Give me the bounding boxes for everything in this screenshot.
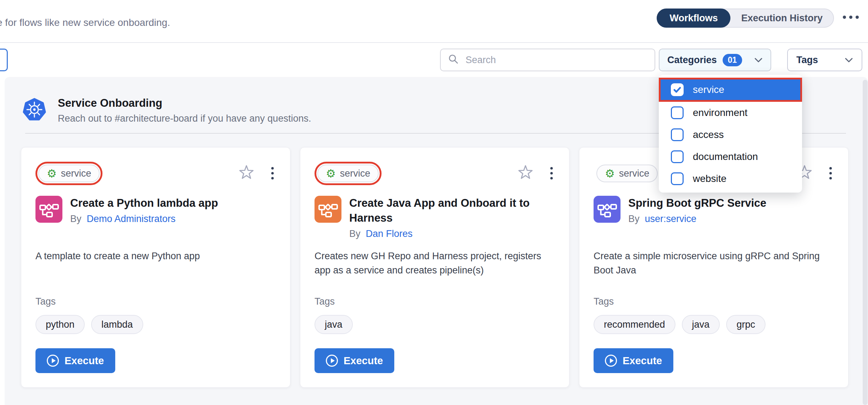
annotation-highlight: ⚙ service — [35, 162, 102, 185]
card-menu-icon[interactable] — [548, 166, 555, 180]
category-chip-label: service — [619, 168, 650, 179]
workflow-template-icon — [594, 196, 621, 223]
tag-pill: python — [35, 315, 85, 334]
execute-button[interactable]: Execute — [594, 348, 673, 373]
tag-pill: grpc — [726, 315, 766, 334]
tab-workflows[interactable]: Workflows — [657, 9, 730, 28]
tags-label: Tags — [35, 296, 276, 307]
checkbox-unchecked[interactable] — [671, 150, 684, 163]
workflow-description: Creates new GH Repo and Harness project,… — [315, 249, 541, 277]
page-header: e for flows like new service onboarding.… — [0, 0, 868, 43]
view-toggle: Workflows Execution History — [657, 9, 834, 28]
chevron-down-icon — [845, 57, 853, 63]
dropdown-item-documentation[interactable]: documentation — [659, 146, 802, 168]
section-title: Service Onboarding — [58, 97, 162, 110]
dropdown-item-label: access — [693, 129, 724, 140]
card-menu-icon[interactable] — [827, 166, 834, 180]
checkbox-unchecked[interactable] — [671, 106, 684, 119]
category-chip-label: service — [61, 168, 91, 179]
dropdown-item-label: documentation — [693, 151, 758, 162]
chevron-down-icon — [754, 57, 763, 63]
annotation-highlight: ⚙ service — [315, 162, 382, 185]
tag-pill: recommended — [594, 315, 675, 334]
category-chip-label: service — [340, 168, 371, 179]
search-icon — [448, 54, 459, 66]
card-menu-icon[interactable] — [269, 166, 276, 180]
dropdown-item-access[interactable]: access — [659, 124, 802, 146]
dropdown-item-label: website — [693, 173, 727, 184]
tag-pill: java — [315, 315, 353, 334]
workflows-page: e for flows like new service onboarding.… — [0, 0, 868, 405]
execute-button[interactable]: Execute — [315, 348, 394, 373]
workflow-title: Create a Python lambda app — [70, 196, 218, 211]
workflow-description: Create a simple microservice using gRPC … — [594, 249, 820, 277]
execute-button[interactable]: Execute — [35, 348, 115, 373]
favorite-star-icon[interactable] — [518, 165, 533, 182]
tag-pill: java — [682, 315, 720, 334]
play-icon — [47, 355, 59, 367]
category-chip: ⚙ service — [596, 165, 658, 182]
tags-filter-label: Tags — [796, 55, 818, 66]
section-subtitle: Reach out to #architecture-board if you … — [58, 113, 311, 124]
by-label: By — [70, 213, 82, 224]
tags-label: Tags — [315, 296, 555, 307]
search-input-container — [440, 49, 655, 71]
workflow-template-icon — [35, 196, 62, 223]
kubernetes-icon — [22, 98, 46, 122]
categories-dropdown-menu: service environment access documentation… — [659, 75, 802, 193]
dropdown-item-label: service — [693, 84, 724, 95]
chip-wrap: ⚙ service — [594, 162, 661, 185]
workflow-description: A template to create a new Python app — [35, 249, 262, 263]
checkbox-checked[interactable] — [671, 83, 684, 96]
gear-icon: ⚙ — [326, 168, 336, 179]
dropdown-item-environment[interactable]: environment — [659, 102, 802, 124]
search-input[interactable] — [465, 54, 647, 66]
category-chip: ⚙ service — [38, 165, 100, 182]
workflow-title: Create Java App and Onboard it to Harnes… — [349, 196, 555, 226]
filter-toolbar: Categories 01 Tags — [0, 44, 868, 77]
workflow-template-icon — [315, 196, 341, 223]
page-subtitle: e for flows like new service onboarding. — [0, 17, 170, 28]
vertical-scrollbar[interactable] — [863, 80, 868, 405]
play-icon — [326, 355, 338, 367]
left-edge-button[interactable] — [0, 49, 8, 71]
categories-filter-button[interactable]: Categories 01 — [659, 49, 771, 71]
tag-pill: lambda — [91, 315, 143, 334]
gear-icon: ⚙ — [47, 168, 57, 179]
dropdown-item-website[interactable]: website — [659, 168, 802, 190]
workflow-title: Spring Boot gRPC Service — [628, 196, 766, 211]
checkbox-unchecked[interactable] — [671, 128, 684, 141]
tags-label: Tags — [594, 296, 834, 307]
categories-filter-label: Categories — [667, 55, 717, 66]
play-icon — [605, 355, 617, 367]
by-label: By — [349, 228, 361, 239]
author-link[interactable]: Demo Administrators — [87, 213, 176, 224]
checkbox-unchecked[interactable] — [671, 172, 684, 185]
author-link[interactable]: user:service — [645, 213, 697, 224]
author-link[interactable]: Dan Flores — [366, 228, 413, 239]
gear-icon: ⚙ — [605, 168, 615, 179]
workflow-card: ⚙ service — [300, 147, 569, 388]
tags-filter-button[interactable]: Tags — [787, 49, 862, 71]
favorite-star-icon[interactable] — [239, 165, 254, 182]
dropdown-item-service[interactable]: service — [659, 78, 802, 102]
dropdown-item-label: environment — [693, 107, 747, 118]
category-chip: ⚙ service — [317, 165, 379, 182]
categories-count-badge: 01 — [723, 54, 742, 66]
tab-execution-history[interactable]: Execution History — [730, 9, 833, 27]
by-label: By — [628, 213, 640, 224]
workflow-card: ⚙ service — [21, 147, 290, 388]
more-options-icon[interactable] — [843, 16, 859, 19]
